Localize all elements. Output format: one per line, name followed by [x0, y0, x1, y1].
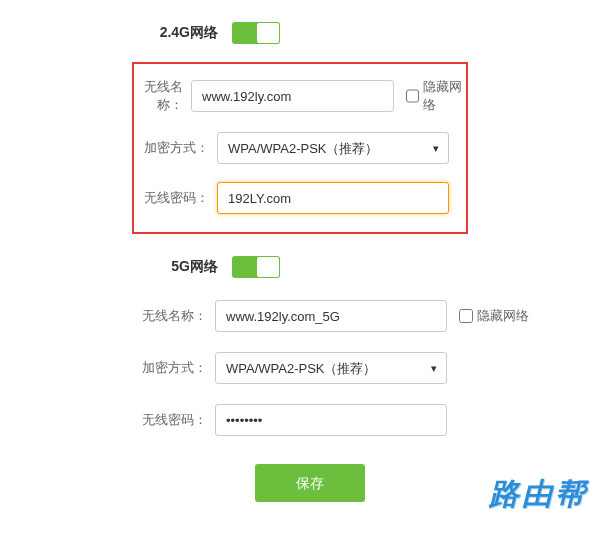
toggle-24g[interactable]	[232, 22, 280, 44]
watermark: 路由帮	[489, 474, 588, 515]
section-5g: 5G网络 无线名称： 隐藏网络 加密方式： WPA/WPA2-PSK（推荐） 无…	[0, 256, 600, 436]
checkbox-hide-5g[interactable]	[459, 309, 473, 323]
row-24g-enc: 加密方式： WPA/WPA2-PSK（推荐）	[134, 132, 466, 164]
label-24g-name: 无线名称：	[134, 78, 191, 114]
section-header-24g: 2.4G网络	[0, 22, 280, 44]
section-header-5g: 5G网络	[0, 256, 280, 278]
input-24g-pwd[interactable]	[217, 182, 449, 214]
row-24g-pwd: 无线密码：	[134, 182, 466, 214]
label-24g-enc: 加密方式：	[134, 139, 217, 157]
hide-wrap-5g: 隐藏网络	[459, 307, 529, 325]
input-5g-name[interactable]	[215, 300, 447, 332]
toggle-knob	[257, 23, 279, 43]
row-5g-enc: 加密方式： WPA/WPA2-PSK（推荐）	[0, 352, 600, 384]
highlight-box-24g: 无线名称： 隐藏网络 加密方式： WPA/WPA2-PSK（推荐） 无线密码：	[132, 62, 468, 234]
save-button[interactable]: 保存	[255, 464, 365, 502]
checkbox-hide-24g[interactable]	[406, 89, 419, 103]
select-24g-enc[interactable]: WPA/WPA2-PSK（推荐）	[217, 132, 449, 164]
input-5g-pwd[interactable]	[215, 404, 447, 436]
row-5g-name: 无线名称： 隐藏网络	[0, 300, 600, 332]
select-5g-enc[interactable]: WPA/WPA2-PSK（推荐）	[215, 352, 447, 384]
row-24g-name: 无线名称： 隐藏网络	[134, 78, 466, 114]
label-hide-5g: 隐藏网络	[477, 307, 529, 325]
label-5g-name: 无线名称：	[0, 307, 215, 325]
label-24g-pwd: 无线密码：	[134, 189, 217, 207]
hide-wrap-24g: 隐藏网络	[406, 78, 466, 114]
toggle-knob	[257, 257, 279, 277]
toggle-5g[interactable]	[232, 256, 280, 278]
row-5g-pwd: 无线密码：	[0, 404, 600, 436]
label-5g-enc: 加密方式：	[0, 359, 215, 377]
section-title-24g: 2.4G网络	[160, 24, 218, 42]
input-24g-name[interactable]	[191, 80, 394, 112]
label-5g-pwd: 无线密码：	[0, 411, 215, 429]
label-hide-24g: 隐藏网络	[423, 78, 466, 114]
section-title-5g: 5G网络	[171, 258, 218, 276]
